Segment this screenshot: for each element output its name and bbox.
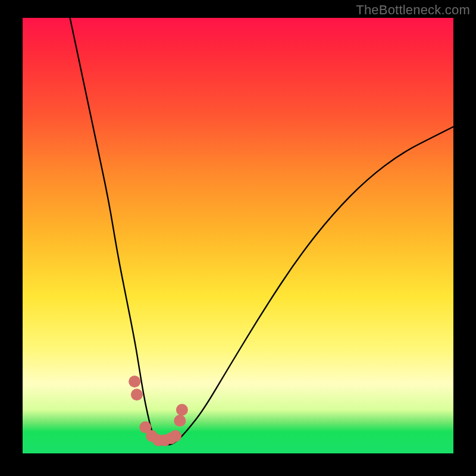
plot-area	[23, 18, 453, 453]
marker-dot	[131, 389, 143, 400]
chart-svg	[23, 18, 453, 453]
marker-dot	[129, 375, 140, 387]
marker-dot	[170, 430, 181, 442]
watermark-text: TheBottleneck.com	[356, 2, 470, 18]
marker-group	[129, 375, 188, 446]
chart-frame: TheBottleneck.com	[0, 0, 476, 476]
marker-dot	[174, 415, 186, 427]
bottleneck-curve	[70, 18, 453, 444]
marker-dot	[176, 404, 188, 416]
